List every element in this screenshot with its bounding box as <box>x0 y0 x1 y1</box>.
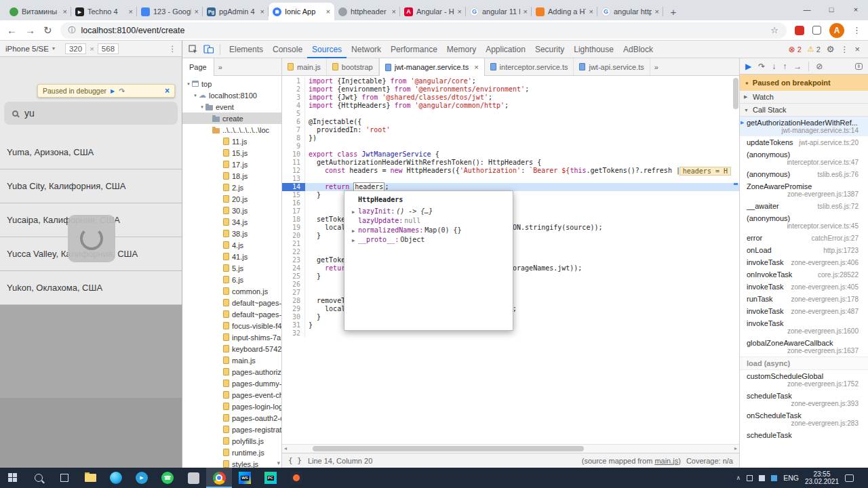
call-stack-frame[interactable]: getAuthorizationHeaderWithRef...jwt-mana… <box>740 117 868 136</box>
tree-item[interactable]: pages-dummy-du <box>182 378 281 389</box>
tab-close-icon[interactable]: × <box>458 7 462 16</box>
tree-item[interactable]: 2.js <box>182 182 281 193</box>
code-line[interactable]: 12 const headers = new HttpHeaders({'Aut… <box>282 167 739 175</box>
tree-item[interactable]: ▾top <box>182 78 281 89</box>
task-view-button[interactable] <box>52 468 77 488</box>
navigator-overflow-icon[interactable]: » <box>214 63 226 71</box>
tab-close-icon[interactable]: × <box>260 7 264 16</box>
tree-scroll-down-icon[interactable]: ▾ <box>277 460 280 466</box>
address-bar[interactable]: ⓘ localhost:8100/event/create ☆ <box>60 22 787 39</box>
code-line[interactable]: 9 <box>282 142 739 150</box>
tree-item[interactable]: 30.js <box>182 205 281 216</box>
call-stack-frame[interactable]: onInvokeTaskcore.js:28522 <box>740 268 868 281</box>
tree-item[interactable]: pages-login-login- <box>182 401 281 412</box>
tree-item[interactable]: ▾event <box>182 101 281 113</box>
code-line[interactable]: 5 <box>282 110 739 118</box>
tab-close-icon[interactable]: × <box>326 7 330 16</box>
devtools-tab-application[interactable]: Application <box>481 41 530 58</box>
browser-tab[interactable]: Gangular http× <box>597 3 663 20</box>
line-number[interactable]: 7 <box>282 126 305 134</box>
device-toolbar-menu-icon[interactable]: ⋮ <box>169 44 177 54</box>
popup-property[interactable]: ▶lazyInit: () -> {…} <box>344 206 513 216</box>
browser-tab[interactable]: Adding a HT× <box>532 3 597 20</box>
adblock-extension-icon[interactable] <box>795 26 804 35</box>
browser-tab[interactable]: AAngular - H× <box>400 3 466 20</box>
tree-item[interactable]: ..\..\..\..\..\..\loc <box>182 124 281 136</box>
line-number[interactable]: 9 <box>282 142 305 150</box>
tree-item[interactable]: 18.js <box>182 170 281 182</box>
tab-close-icon[interactable]: × <box>63 7 67 16</box>
viewport-width-input[interactable]: 320 <box>65 43 86 54</box>
step-out-icon[interactable]: ↑ <box>783 62 787 70</box>
tray-icon-2[interactable] <box>759 475 765 481</box>
devtools-tab-console[interactable]: Console <box>268 41 307 58</box>
devtools-tab-security[interactable]: Security <box>530 41 569 58</box>
resume-script-icon[interactable]: ▶ <box>111 88 115 94</box>
popup-property[interactable]: lazyUpdate: null <box>344 216 513 225</box>
reload-button[interactable]: ↻ <box>43 25 52 35</box>
tree-item[interactable]: 38.js <box>182 228 281 239</box>
list-item[interactable]: Yuba City, Калифорния, США <box>0 169 182 203</box>
devtools-settings-icon[interactable]: ⚙ <box>827 44 835 54</box>
editor-tab[interactable]: bootstrap <box>327 58 379 75</box>
taskbar-app-telegram[interactable]: ▶ <box>129 468 155 488</box>
tab-close-icon[interactable]: × <box>655 7 659 16</box>
tree-item[interactable]: 5.js <box>182 262 281 274</box>
line-number[interactable]: 11 <box>282 159 305 167</box>
call-stack-frame[interactable]: errorcatchError.js:27 <box>740 232 868 244</box>
tab-close-icon[interactable]: × <box>474 63 478 71</box>
browser-tab[interactable]: httpheader a× <box>334 3 400 20</box>
tree-item[interactable]: 4.js <box>182 239 281 251</box>
error-badge[interactable]: ⊗2 <box>789 45 802 54</box>
line-number[interactable]: 22 <box>282 248 305 256</box>
editor-tab[interactable]: interceptor.service.ts <box>485 58 574 75</box>
expand-triangle-icon[interactable]: ▶ <box>350 228 357 234</box>
line-number[interactable]: 1 <box>282 77 305 85</box>
devtools-tab-sources[interactable]: Sources <box>307 41 347 58</box>
devtools-menu-icon[interactable]: ⋮ <box>840 45 848 54</box>
tab-close-icon[interactable]: × <box>524 7 528 16</box>
code-line[interactable]: 13 <box>282 175 739 183</box>
mapped-file-link[interactable]: main.js <box>654 457 678 465</box>
line-number[interactable]: 14 <box>282 183 305 191</box>
scroll-right-icon[interactable]: ▸ <box>734 445 737 451</box>
call-stack-frame[interactable]: onLoadhttp.js:1723 <box>740 244 868 256</box>
editor-tab[interactable]: jwt-manager.service.ts× <box>379 58 485 76</box>
line-number[interactable]: 2 <box>282 85 305 94</box>
start-button[interactable] <box>0 468 26 488</box>
call-stack-frame[interactable]: runTaskzone-evergreen.js:178 <box>740 293 868 305</box>
editor-tabs-overflow-icon[interactable]: » <box>650 58 663 75</box>
line-number[interactable]: 28 <box>282 297 305 305</box>
line-number[interactable]: 23 <box>282 256 305 264</box>
warning-badge[interactable]: ⚠2 <box>808 45 821 54</box>
tree-item[interactable]: polyfills.js <box>182 435 281 447</box>
editor-vertical-scrollbar[interactable] <box>733 78 738 109</box>
taskbar-clock[interactable]: 23:55 23.02.2021 <box>805 470 839 486</box>
browser-tab[interactable]: Ionic App× <box>269 3 334 20</box>
step-icon[interactable]: → <box>793 62 802 70</box>
tree-item[interactable]: 6.js <box>182 274 281 285</box>
tree-item[interactable]: pages-oauth2-oau <box>182 412 281 424</box>
hscroll-thumb[interactable] <box>313 446 584 451</box>
tree-item[interactable]: 11.js <box>182 136 281 147</box>
tree-item[interactable]: common.js <box>182 285 281 297</box>
hidden-icons-chevron[interactable]: ∧ <box>736 474 741 481</box>
line-number[interactable]: 12 <box>282 167 305 175</box>
profile-avatar[interactable]: A <box>829 23 844 38</box>
watch-section-header[interactable]: ▶ Watch <box>740 91 868 104</box>
browser-tab[interactable]: Gangular 11 h× <box>466 3 532 20</box>
step-into-icon[interactable]: ↓ <box>772 62 776 70</box>
popup-property[interactable]: ▶normalizedNames: Map(0) {} <box>344 225 513 235</box>
line-number[interactable]: 16 <box>282 199 305 207</box>
call-stack-frame[interactable]: ZoneAwarePromisezone-evergreen.js:1387 <box>740 180 868 200</box>
window-close-button[interactable]: × <box>844 0 868 19</box>
line-number[interactable]: 4 <box>282 102 305 110</box>
line-number[interactable]: 13 <box>282 175 305 183</box>
taskbar-app-postman[interactable] <box>283 468 309 488</box>
line-number[interactable]: 10 <box>282 150 305 159</box>
taskbar-app-whatsapp[interactable]: ☎ <box>155 468 180 488</box>
tree-item[interactable]: 17.js <box>182 159 281 170</box>
taskbar-app-edge[interactable] <box>103 468 129 488</box>
code-line[interactable]: 3import {Jwt} from '@shared/classes/dtos… <box>282 94 739 102</box>
tree-item[interactable]: input-shims-7a52f <box>182 331 281 343</box>
